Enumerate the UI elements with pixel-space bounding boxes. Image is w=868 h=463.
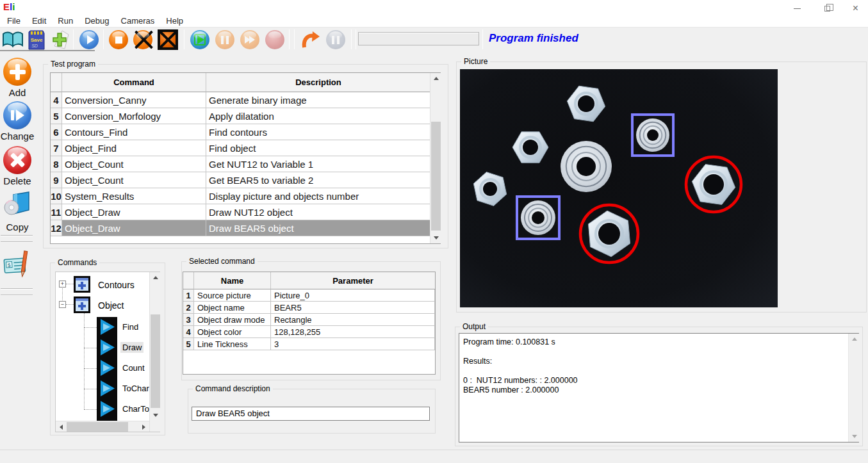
tree-group-contours[interactable]: Contours (98, 280, 135, 290)
test-program-row[interactable]: 11Object_DrawDraw NUT12 object (51, 204, 440, 220)
row-number[interactable]: 10 (51, 188, 62, 204)
change-button[interactable]: Change (0, 101, 35, 142)
scroll-up-button[interactable] (849, 334, 860, 345)
cell-command[interactable]: Object_Draw (62, 204, 206, 220)
test-program-row[interactable]: 10System_ResultsDisplay picture and obje… (51, 188, 440, 204)
delete-button[interactable]: Delete (0, 146, 35, 186)
scrollbar-thumb[interactable] (67, 422, 128, 432)
tree-expander[interactable]: − (59, 301, 66, 308)
redo-button[interactable] (299, 29, 322, 51)
selected-command-row[interactable]: 5Line Tickness3 (183, 338, 435, 350)
cell-command[interactable]: System_Results (62, 188, 206, 204)
cell-description[interactable]: Generate binary image (206, 92, 430, 108)
row-number[interactable]: 5 (183, 338, 194, 350)
cell-description[interactable]: Draw NUT12 object (206, 204, 430, 220)
test-program-row[interactable]: 5Conversion_MorfologyApply dilatation (51, 108, 440, 124)
cell-description[interactable]: Draw BEAR5 object (206, 220, 430, 236)
scroll-down-button[interactable] (150, 410, 161, 421)
cell-name[interactable]: Object color (194, 326, 271, 338)
command-description-field[interactable]: Draw BEAR5 object (192, 407, 430, 421)
menu-run[interactable]: Run (52, 16, 79, 26)
pause-alt-button[interactable] (324, 29, 347, 51)
scroll-left-button[interactable] (56, 421, 67, 432)
cell-description[interactable]: Get BEAR5 to variable 2 (206, 172, 430, 188)
menu-file[interactable]: File (1, 16, 26, 26)
stop-button[interactable] (107, 29, 130, 51)
cell-description[interactable]: Find object (206, 140, 430, 156)
selected-command-row[interactable]: 3Object draw modeRectangle (183, 314, 435, 326)
scroll-up-button[interactable] (430, 73, 441, 84)
menu-help[interactable]: Help (160, 16, 189, 26)
script-button[interactable]: $ (0, 248, 35, 283)
scroll-up-button[interactable] (150, 272, 161, 283)
cell-description[interactable]: Get NUT12 to Variable 1 (206, 156, 430, 172)
cell-name[interactable]: Source picture (194, 289, 271, 302)
cell-command[interactable]: Object_Find (62, 140, 206, 156)
cell-parameter[interactable]: 3 (271, 338, 435, 350)
fast-forward-button[interactable] (238, 29, 261, 51)
cell-command[interactable]: Contours_Find (62, 124, 206, 140)
test-program-scrollbar[interactable] (430, 73, 441, 243)
tree-item-chartost[interactable]: CharToSt (120, 403, 150, 414)
scroll-right-button[interactable] (138, 421, 149, 432)
scroll-down-button[interactable] (430, 232, 441, 243)
row-number[interactable]: 9 (51, 172, 62, 188)
scrollbar-thumb[interactable] (431, 122, 441, 231)
tree-v-scrollbar[interactable] (149, 272, 160, 432)
cell-parameter[interactable]: BEAR5 (271, 302, 435, 314)
stop-cross-button[interactable] (131, 29, 154, 51)
menu-edit[interactable]: Edit (26, 16, 52, 26)
row-number[interactable]: 3 (183, 314, 194, 326)
scroll-down-button[interactable] (849, 431, 860, 442)
cell-name[interactable]: Object name (194, 302, 271, 314)
tree-group-object[interactable]: Object (98, 300, 124, 311)
row-number[interactable]: 4 (183, 326, 194, 338)
scrollbar-thumb[interactable] (151, 314, 160, 408)
menu-debug[interactable]: Debug (79, 16, 115, 26)
pause-button[interactable] (213, 29, 236, 51)
menu-cameras[interactable]: Cameras (115, 16, 161, 26)
test-program-row[interactable]: 4Conversion_CannyGenerate binary image (51, 92, 440, 108)
row-number[interactable]: 5 (51, 108, 62, 124)
stop-cross-square-button[interactable] (156, 29, 179, 51)
tree-item-tochar[interactable]: ToChar (120, 383, 150, 394)
cell-command[interactable]: Conversion_Morfology (62, 108, 206, 124)
row-number[interactable]: 12 (51, 220, 62, 236)
test-program-row[interactable]: 9Object_CountGet BEAR5 to variable 2 (51, 172, 440, 188)
tree-item-find[interactable]: Find (120, 321, 140, 332)
row-number[interactable]: 7 (51, 140, 62, 156)
row-number[interactable]: 2 (183, 302, 194, 314)
cell-command[interactable]: Object_Count (62, 172, 206, 188)
test-program-row[interactable]: 6Contours_FindFind contours (51, 124, 440, 140)
cell-description[interactable]: Find contours (206, 124, 430, 140)
save-button[interactable]: Save SD (25, 29, 48, 51)
row-number[interactable]: 8 (51, 156, 62, 172)
row-number[interactable]: 4 (51, 92, 62, 108)
output-scrollbar[interactable] (848, 334, 859, 442)
selected-command-row[interactable]: 1Source picturePicture_0 (183, 289, 435, 302)
row-number[interactable]: 11 (51, 204, 62, 220)
output-textbox[interactable]: Program time: 0.100831 s Results: 0 : NU… (459, 333, 859, 443)
selected-command-row[interactable]: 2Object nameBEAR5 (183, 302, 435, 314)
add-command-button[interactable] (48, 29, 71, 51)
cell-command[interactable]: Conversion_Canny (62, 92, 206, 108)
open-book-button[interactable] (1, 29, 24, 51)
test-program-row[interactable]: 8Object_CountGet NUT12 to Variable 1 (51, 156, 440, 172)
tree-h-scrollbar[interactable] (56, 421, 149, 432)
row-number[interactable]: 6 (51, 124, 62, 140)
selected-command-row[interactable]: 4Object color128,128,255 (183, 326, 435, 338)
copy-button[interactable]: Copy (0, 190, 35, 232)
play-button[interactable] (78, 29, 101, 51)
cell-description[interactable]: Display picture and objects number (206, 188, 430, 204)
test-program-row[interactable]: 7Object_FindFind object (51, 140, 440, 156)
cell-name[interactable]: Object draw mode (194, 314, 271, 326)
cell-command[interactable]: Object_Count (62, 156, 206, 172)
tree-item-count[interactable]: Count (120, 362, 147, 373)
tree-expander[interactable]: + (59, 280, 66, 288)
tree-item-draw[interactable]: Draw (120, 342, 143, 353)
cell-parameter[interactable]: Rectangle (271, 314, 435, 326)
add-button[interactable]: Add (0, 58, 35, 98)
record-button[interactable] (263, 29, 286, 51)
row-number[interactable]: 1 (183, 289, 194, 302)
run-step-button[interactable] (188, 29, 211, 51)
